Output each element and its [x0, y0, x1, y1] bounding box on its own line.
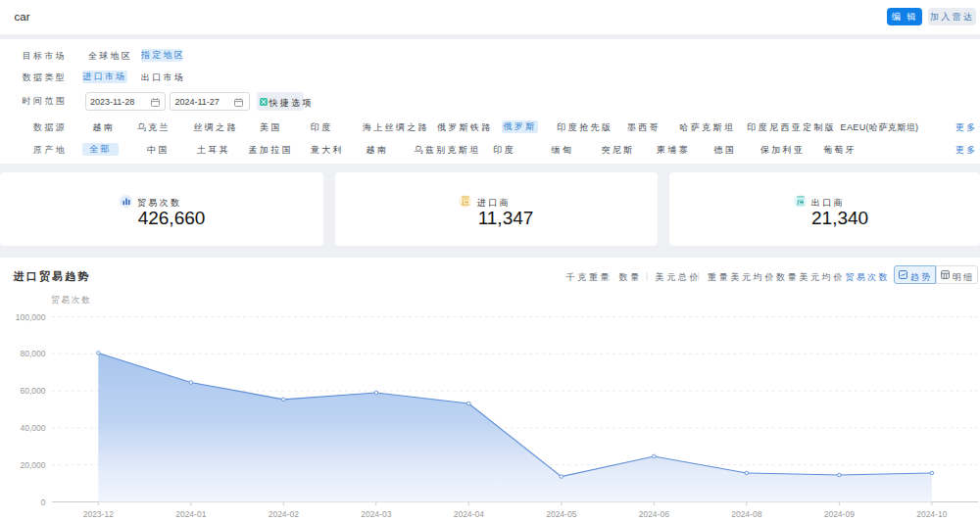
svg-text:2023-12: 2023-12: [83, 509, 114, 519]
svg-text:100,000: 100,000: [16, 312, 46, 322]
svg-text:2024-03: 2024-03: [361, 509, 391, 519]
svg-text:20,000: 20,000: [21, 460, 46, 470]
svg-text:2024-08: 2024-08: [731, 509, 761, 519]
svg-text:40,000: 40,000: [21, 423, 46, 433]
svg-text:2024-04: 2024-04: [454, 509, 484, 519]
svg-text:2024-02: 2024-02: [269, 509, 299, 519]
svg-text:2024-01: 2024-01: [175, 509, 206, 519]
svg-text:2024-10: 2024-10: [916, 509, 947, 519]
svg-text:贸易次数: 贸易次数: [51, 295, 92, 305]
svg-text:2024-06: 2024-06: [639, 509, 669, 519]
svg-text:0: 0: [41, 497, 46, 507]
svg-text:80,000: 80,000: [21, 349, 46, 358]
svg-text:60,000: 60,000: [21, 386, 46, 396]
svg-text:2024-09: 2024-09: [824, 509, 855, 519]
svg-text:2024-05: 2024-05: [546, 509, 576, 519]
